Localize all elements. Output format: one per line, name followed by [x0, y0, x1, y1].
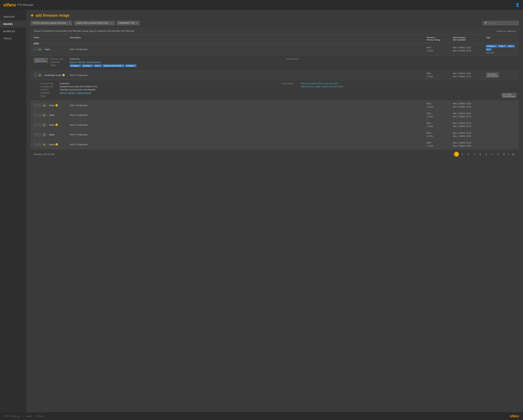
page-btn-2[interactable]: 2: [460, 152, 465, 157]
row-name-5[interactable]: Saelo: [49, 124, 55, 126]
page-btn-7[interactable]: 7: [490, 152, 494, 157]
page-btn-4[interactable]: 4: [472, 152, 477, 157]
row-name-4[interactable]: Saelo: [49, 114, 55, 116]
col-header-version: Version #Version String: [427, 36, 453, 41]
slot-b-link-1[interactable]: Slot B ⊕: [78, 61, 86, 63]
model-filter-dropdown[interactable]: HAMILTONIA GARAGE DOOR OPE... ▼: [74, 21, 114, 25]
tag-close-ro4hidge[interactable]: ✕: [495, 45, 496, 47]
row-name-6[interactable]: Saelo: [49, 133, 55, 136]
push-icon-btn-2[interactable]: ⇧: [34, 73, 37, 77]
page-btn-5[interactable]: 5: [478, 152, 483, 157]
edit-icon-btn-4[interactable]: ✎: [38, 113, 42, 117]
footer-legal-link[interactable]: Legal: [26, 415, 31, 417]
row-name-3[interactable]: Saelo: [49, 104, 55, 106]
row-version-7: 69101.2.321: [427, 141, 453, 148]
footer-privacy-link[interactable]: Privacy: [37, 415, 43, 417]
go-to-image-btn[interactable]: go to imagedescription page: [502, 93, 517, 98]
download-label: Download:: [50, 61, 68, 63]
expand-all-link[interactable]: expand all: [497, 30, 505, 32]
page-btn-8[interactable]: 8: [496, 152, 500, 157]
view-partner-btn[interactable]: view partnerand device ID: [486, 73, 499, 78]
model-chevron-icon: ▼: [111, 22, 113, 24]
lock-icon-btn-1[interactable]: 🔒: [38, 48, 42, 51]
row-desc-2: BSX-2 Roaklauder: [70, 74, 427, 76]
sidebar-item-updates[interactable]: UPDATES: [0, 13, 26, 20]
dtag-close-1[interactable]: ✕: [79, 65, 80, 67]
dtag-close-2[interactable]: ✕: [91, 65, 92, 67]
edit-icon-btn-3[interactable]: ✎: [38, 104, 42, 107]
view-more-link-1[interactable]: view more: [486, 52, 515, 54]
page-btn-6[interactable]: 6: [484, 152, 489, 157]
table-row-6: ⇧ ✎ 🔒 › Saelo BSX-2 Roaklauder 69101.2.3…: [31, 130, 519, 139]
lock-icon-btn-4[interactable]: 🔒: [42, 113, 46, 117]
edit-icon-btn-7[interactable]: ✎: [38, 143, 42, 146]
dtag-close-4[interactable]: ✕: [122, 65, 123, 67]
row-name-7[interactable]: Saelo: [49, 143, 55, 146]
row-desc-5: BSX-2 Roaklauder: [70, 124, 427, 126]
lock-icon-btn-2[interactable]: 🔒: [38, 73, 42, 77]
cannot-edit-badge-1: cannot edit –image is locked: [34, 58, 48, 63]
user-icon[interactable]: 👤: [515, 3, 520, 7]
row-desc-3: BSX-2 Roaklauder: [70, 104, 427, 106]
search-input[interactable]: [488, 22, 517, 24]
lock-icon-btn-5[interactable]: 🔒: [42, 123, 46, 127]
lock-icon-btn-7[interactable]: 🔒: [42, 143, 46, 146]
push-icon-btn-5[interactable]: ⇧: [34, 123, 37, 127]
row-name-2[interactable]: bootloader-nordic: [45, 74, 61, 76]
tag-close-riot2[interactable]: ✕: [512, 45, 514, 47]
tag-close-m[interactable]: ✕: [489, 48, 490, 50]
search-box[interactable]: 🔍: [483, 21, 519, 25]
edit-icon-btn-5[interactable]: ✎: [38, 123, 42, 127]
type-filter-dropdown[interactable]: FIRMWARE TYPE ▼: [116, 21, 139, 25]
signed-image-link-1[interactable]: Signed Image ⊕: [87, 61, 101, 63]
slot-b-link-2[interactable]: Slot B ⊕: [68, 92, 76, 94]
page-btn-20[interactable]: 20: [511, 152, 515, 157]
push-icon-btn-6[interactable]: ⇧: [34, 133, 37, 137]
lock-icon-btn-3[interactable]: 🔒: [42, 104, 46, 107]
push-icon-btn-7[interactable]: ⇧: [34, 143, 37, 146]
signed-image-link-2[interactable]: Signed Image ⊕: [77, 92, 91, 94]
dtag-daytone: daytone-washer-dryer ✕: [103, 65, 124, 67]
collapse-all-link[interactable]: collapse all: [507, 30, 515, 32]
add-firmware-label[interactable]: add firmware image: [35, 13, 70, 18]
footer-logo: vifaru: [510, 414, 519, 418]
row-separator-7: ›: [47, 143, 48, 146]
dtag-ky3hidge-1: ky3hidge ✕: [70, 65, 81, 67]
slot-a-link-2[interactable]: Slot A ⊕: [60, 92, 67, 94]
sidebar-item-bundles[interactable]: BUNDLES: [0, 28, 26, 35]
detail-associations-2: Association(s): Vifaru.ao / Ramuld (2015…: [281, 82, 515, 88]
push-icon-btn-4[interactable]: ⇧: [34, 113, 37, 117]
partner-info-text: Partner ID: 8ca8249e-57c6-42d4-8b07-9137…: [34, 30, 134, 32]
slot-a-link-1[interactable]: Slot A ⊕: [70, 61, 77, 63]
tag-close-ro4ac[interactable]: ✕: [504, 45, 505, 47]
firmware-type-value: Roaklauder: [70, 58, 80, 60]
row-icons-6: ⇧ ✎ 🔒 › Saelo: [34, 133, 70, 137]
dtag-close-5[interactable]: ✕: [134, 65, 135, 67]
table-row: push ⇧ 🔒 › Saelo BSX-2 Roaklauder 69101.…: [31, 43, 519, 55]
dtag-close-3[interactable]: ✕: [99, 65, 101, 67]
table-row-group-6: ⇧ ✎ 🔒 › Saelo BSX-2 Roaklauder 69101.2.3…: [31, 130, 519, 140]
row-version-2: 69101.2.321: [427, 72, 453, 78]
body-layout: UPDATES IMAGES BUNDLES TOOLS ✚ add firmw…: [0, 10, 523, 412]
assoc-link-1[interactable]: Vifaru.ao / Ramuld (2015-11-25 16:01:25): [301, 82, 337, 85]
add-firmware-header: ✚ add firmware image: [31, 13, 519, 18]
page-ellipsis: •••: [507, 153, 510, 155]
device-filter-dropdown[interactable]: ARTIE'S DEVICES (arttest+18237054... ▼: [31, 21, 72, 25]
emoji-7: 😀: [55, 143, 58, 146]
page-btn-9[interactable]: 9: [501, 152, 506, 157]
push-icon-btn-3[interactable]: ⇧: [34, 104, 37, 107]
edit-icon-btn-6[interactable]: ✎: [38, 133, 42, 137]
row-desc-1: BSX-2 Roaklauder: [70, 48, 427, 51]
row-name-1[interactable]: Saelo: [45, 48, 50, 51]
push-icon-btn[interactable]: ⇧: [34, 48, 37, 51]
logo-area: vifaru OTA Manager: [3, 2, 33, 8]
sidebar-item-tools[interactable]: TOOLS: [0, 35, 26, 42]
page-btn-1[interactable]: 1: [454, 152, 459, 157]
sidebar-item-images[interactable]: IMAGES: [0, 20, 26, 28]
add-icon[interactable]: ✚: [31, 13, 34, 18]
footer-separator-1: |: [23, 415, 24, 417]
page-btn-3[interactable]: 3: [466, 152, 471, 157]
assoc-link-2[interactable]: Artie's Devices / Saelo-2 (2015-11-25 16…: [301, 86, 343, 88]
lock-icon-btn-6[interactable]: 🔒: [42, 133, 46, 137]
table-row-group-4: ⇧ ✎ 🔒 › Saelo BSX-2 Roaklauder 69101.2.3…: [31, 110, 519, 120]
